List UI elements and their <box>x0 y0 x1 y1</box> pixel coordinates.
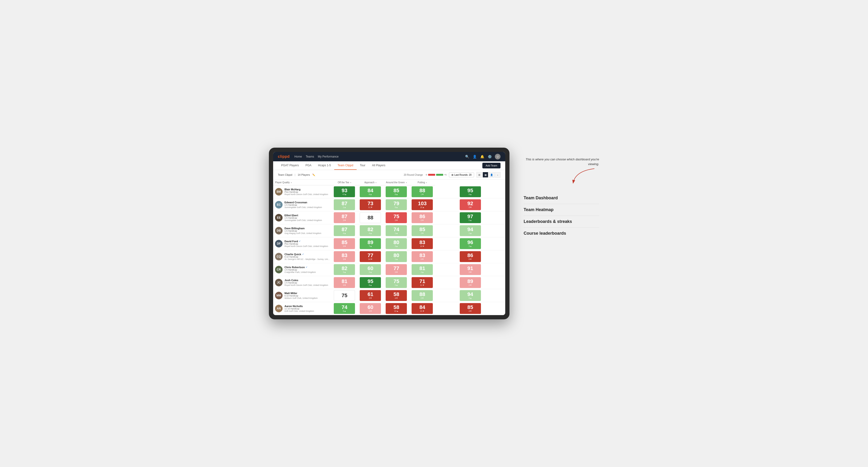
annotation-item-0: Team Dashboard <box>524 192 599 204</box>
view-grid-btn[interactable]: ⊞ <box>476 172 482 178</box>
score-box: 752▲ <box>385 277 407 288</box>
score-cell-6-3: 814▲ <box>409 263 435 276</box>
score-value: 82 <box>342 266 347 271</box>
nav-teams[interactable]: Teams <box>306 154 314 159</box>
score-box: 7111▼ <box>412 277 433 288</box>
sub-nav-pgat[interactable]: PGAT Players <box>278 161 302 170</box>
avatar[interactable]: U <box>495 154 500 159</box>
score-box: 833▼ <box>334 251 355 262</box>
score-change: 4▲ <box>343 232 346 235</box>
score-value: 88 <box>420 292 425 297</box>
player-cell-6: CRChris Robertson ✓1-5 HandicapCraigmill… <box>273 263 331 276</box>
score-change: 2▲ <box>395 284 398 286</box>
score-box: 871▲ <box>334 199 355 210</box>
view-heat-btn[interactable]: ▦ <box>483 172 488 178</box>
player-name[interactable]: David Ford ✓ <box>284 240 330 243</box>
score-cell-1-2: 799▲ <box>383 198 409 211</box>
team-header-right: 20 Round Change -5 +5 ⊞ Last Rounds: 20 … <box>404 172 500 178</box>
player-name[interactable]: Edward Crossman <box>284 201 330 204</box>
annotation-item-3: Course leaderboards <box>524 228 599 239</box>
tablet-device: clippd Home Teams My Performance 🔍 👤 🔔 ⚙… <box>269 148 509 319</box>
score-box: 814▲ <box>412 264 433 275</box>
score-value: 92 <box>467 201 473 206</box>
score-box: 748▲ <box>334 303 355 314</box>
sub-nav-all-players[interactable]: All Players <box>369 161 389 170</box>
nav-home[interactable]: Home <box>294 154 302 159</box>
score-value: 58 <box>394 292 399 297</box>
score-box: 753▼ <box>385 212 407 223</box>
score-cell-7-2: 752▲ <box>383 276 409 289</box>
sub-nav-tour[interactable]: Tour <box>356 161 369 170</box>
team-header: Team Clippd | 14 Players ✏️ 20 Round Cha… <box>273 170 505 180</box>
player-name[interactable]: Elliot Ebert <box>284 214 330 217</box>
score-value: 75 <box>342 293 347 298</box>
score-cell-2-3: 866▼ <box>409 211 435 224</box>
score-cell-3-1: 824▲ <box>357 224 383 237</box>
player-name[interactable]: Blair McHarg <box>284 188 330 191</box>
last-rounds-button[interactable]: ⊞ Last Rounds: 20 <box>449 173 474 177</box>
score-box: 824▲ <box>360 225 381 236</box>
sub-nav-hcaps[interactable]: Hcaps 1-5 <box>315 161 334 170</box>
score-cell-3-0: 874▲ <box>331 224 357 237</box>
player-name[interactable]: Josh Coles <box>284 279 330 282</box>
score-box: 8310▼ <box>412 238 433 249</box>
score-cell-2-1: 88 <box>357 211 383 224</box>
table-row: ANAaron Nicholls11-15 HandicapDrift Golf… <box>273 302 505 315</box>
player-cell-7: JCJosh Coles1-5 HandicapRoyal North Devo… <box>273 276 331 289</box>
sort-arrow-tee: ▾ <box>350 182 351 184</box>
annotation-panel: This is where you can choose which dashb… <box>524 148 599 239</box>
player-name[interactable]: Aaron Nicholls <box>284 305 330 308</box>
score-cell-9-2: 5810▲ <box>383 302 409 315</box>
sub-nav-pga[interactable]: PGA <box>302 161 315 170</box>
score-value: 84 <box>368 188 373 193</box>
score-box: 913▼ <box>460 264 481 275</box>
player-name[interactable]: Matt Miller <box>284 292 330 294</box>
score-cell-2-4: 975▲ <box>435 211 505 224</box>
player-name[interactable]: Charlie Quick ✓ <box>284 253 330 256</box>
player-name[interactable]: Chris Robertson ✓ <box>284 266 330 269</box>
bell-icon[interactable]: 🔔 <box>480 154 485 159</box>
person-icon[interactable]: 👤 <box>472 154 477 159</box>
score-value: 87 <box>342 227 347 232</box>
score-change: 1▲ <box>395 258 398 260</box>
view-person-btn[interactable]: 👤 <box>489 172 494 178</box>
view-download-btn[interactable]: ↓ <box>495 172 500 178</box>
data-table: Player Quality ▾ Off the Tee ▾ Approach … <box>273 180 505 315</box>
score-box: 858▲ <box>385 186 407 197</box>
score-cell-6-1: 602▲ <box>357 263 383 276</box>
score-cell-3-3: 853▼ <box>409 224 435 237</box>
search-icon[interactable]: 🔍 <box>465 154 469 159</box>
score-box: 943▲ <box>460 290 481 301</box>
score-cell-7-4: 892▼ <box>435 276 505 289</box>
score-box: 803▲ <box>385 238 407 249</box>
score-change: 3▲ <box>395 245 398 247</box>
edit-icon[interactable]: ✏️ <box>312 174 315 176</box>
score-box: 773▼ <box>385 264 407 275</box>
player-cell-9: ANAaron Nicholls11-15 HandicapDrift Golf… <box>273 302 331 315</box>
score-change: 1▼ <box>369 310 372 312</box>
score-change: 3▼ <box>421 232 424 235</box>
score-box: 874▲ <box>334 225 355 236</box>
score-box: 868▼ <box>460 251 481 262</box>
nav-icons: 🔍 👤 🔔 ⚙️ U <box>465 154 500 159</box>
player-avatar: CR <box>275 266 283 273</box>
nav-my-performance[interactable]: My Performance <box>318 154 338 159</box>
score-value: 94 <box>467 292 473 297</box>
player-club: Royal North Devon Golf Club, United King… <box>284 193 330 195</box>
score-value: 88 <box>368 215 373 220</box>
score-cell-2-2: 753▼ <box>383 211 409 224</box>
team-name: Team Clippd <box>278 173 292 176</box>
bar-pos-label: +5 <box>444 174 446 176</box>
score-change: 3▼ <box>343 284 346 286</box>
player-avatar: BM <box>275 188 283 195</box>
sub-nav-team-clippd[interactable]: Team Clippd <box>334 161 356 170</box>
player-club: Gog Magog Golf Club, United Kingdom <box>284 232 330 235</box>
player-handicap: 6-10 Handicap <box>284 294 330 297</box>
player-name[interactable]: Dave Billingham <box>284 227 330 230</box>
score-box: 975▲ <box>460 212 481 223</box>
score-box: 584▼ <box>385 290 407 301</box>
score-box: 8421▼ <box>412 303 433 314</box>
add-team-button[interactable]: Add Team <box>483 163 500 168</box>
settings-icon[interactable]: ⚙️ <box>487 154 492 159</box>
score-change: 8▲ <box>395 193 398 195</box>
